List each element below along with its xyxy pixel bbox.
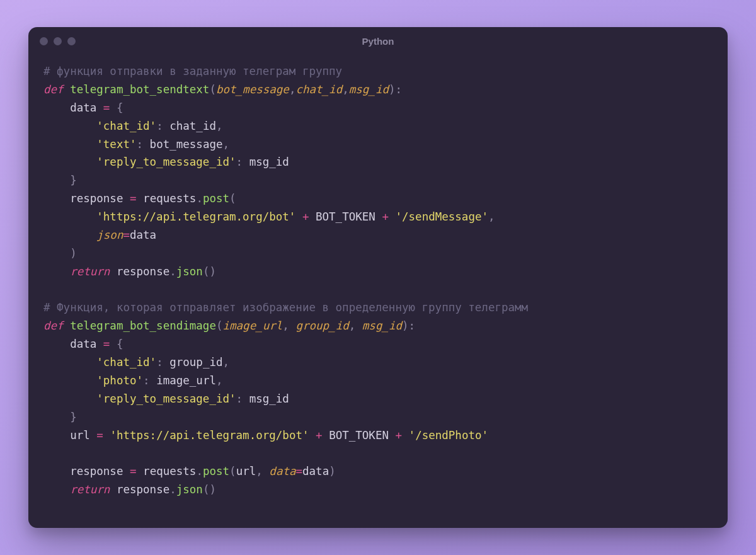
- punct: (: [229, 192, 236, 205]
- string: 'chat_id': [96, 120, 156, 132]
- operator: +: [302, 210, 309, 223]
- code-comment: # Функция, которая отправляет изображени…: [43, 301, 528, 314]
- punct: ,: [223, 138, 230, 151]
- param: group_id: [295, 319, 348, 332]
- punct: (: [203, 483, 210, 496]
- punct: ): [402, 319, 409, 332]
- code-editor[interactable]: # функция отправки в заданную телеграм г…: [28, 55, 728, 514]
- brace: }: [70, 174, 77, 186]
- variable: response: [70, 192, 123, 205]
- kwarg: json: [96, 229, 123, 241]
- keyword-def: def: [43, 319, 64, 332]
- module: requests: [143, 192, 196, 205]
- code-comment: # функция отправки в заданную телеграм г…: [43, 65, 342, 77]
- punct: (: [216, 319, 223, 332]
- variable: data: [302, 465, 329, 478]
- variable: data: [70, 101, 96, 114]
- keyword-def: def: [43, 83, 64, 96]
- brace: }: [70, 411, 77, 423]
- punct: :: [236, 156, 243, 168]
- punct: ,: [256, 465, 263, 478]
- punct: :: [396, 83, 403, 96]
- module: requests: [143, 465, 196, 478]
- method: json: [176, 265, 203, 278]
- operator: =: [103, 101, 110, 114]
- brace: {: [117, 101, 123, 114]
- operator: =: [296, 465, 303, 478]
- method: json: [176, 483, 203, 496]
- maximize-icon[interactable]: [67, 37, 76, 45]
- operator: =: [96, 429, 103, 442]
- punct: :: [143, 374, 150, 387]
- function-name: telegram_bot_sendimage: [70, 319, 216, 332]
- param: msg_id: [349, 83, 389, 96]
- variable: url: [236, 465, 256, 478]
- function-name: telegram_bot_sendtext: [70, 83, 209, 96]
- punct: :: [156, 356, 163, 369]
- punct: .: [169, 265, 176, 278]
- operator: +: [316, 429, 323, 442]
- brace: {: [117, 338, 123, 350]
- close-icon[interactable]: [40, 37, 48, 45]
- minimize-icon[interactable]: [54, 37, 62, 45]
- string: 'https://api.telegram.org/bot': [110, 429, 309, 442]
- operator: =: [130, 465, 137, 478]
- param: bot_message: [216, 83, 289, 96]
- string: 'reply_to_message_id': [96, 392, 236, 405]
- operator: =: [130, 192, 137, 205]
- string: '/sendPhoto': [409, 429, 488, 442]
- variable: msg_id: [249, 156, 289, 168]
- kwarg: data: [269, 465, 295, 478]
- punct: .: [169, 483, 176, 496]
- punct: ,: [282, 319, 289, 332]
- variable: image_url: [156, 374, 216, 387]
- punct: :: [236, 392, 243, 405]
- param: image_url: [223, 319, 283, 332]
- punct: :: [137, 138, 144, 151]
- punct: ,: [488, 210, 495, 223]
- constant: BOT_TOKEN: [316, 210, 375, 223]
- punct: :: [156, 120, 163, 132]
- window-controls: [40, 37, 76, 45]
- keyword-return: return: [70, 265, 110, 278]
- variable: group_id: [169, 356, 222, 369]
- punct: (: [203, 265, 210, 278]
- punct: ,: [216, 374, 223, 387]
- variable: response: [70, 465, 123, 478]
- punct: ,: [216, 120, 223, 132]
- variable: url: [70, 429, 90, 442]
- punct: ,: [342, 83, 349, 96]
- punct: ,: [289, 83, 296, 96]
- punct: ,: [223, 356, 230, 369]
- punct: ): [70, 247, 77, 260]
- variable: chat_id: [169, 120, 216, 132]
- punct: .: [196, 465, 203, 478]
- variable: response: [117, 483, 169, 496]
- punct: ): [209, 483, 216, 496]
- punct: ,: [349, 319, 356, 332]
- keyword-return: return: [70, 483, 110, 496]
- string: 'https://api.telegram.org/bot': [96, 210, 295, 223]
- operator: +: [382, 210, 389, 223]
- string: 'photo': [96, 374, 143, 387]
- method: post: [203, 192, 229, 205]
- operator: =: [103, 338, 110, 350]
- punct: (: [209, 83, 216, 96]
- constant: BOT_TOKEN: [329, 429, 389, 442]
- code-window: Python # функция отправки в заданную тел…: [28, 27, 728, 528]
- punct: ): [209, 265, 216, 278]
- punct: (: [229, 465, 236, 478]
- punct: .: [196, 192, 203, 205]
- variable: response: [117, 265, 169, 278]
- variable: data: [70, 338, 96, 350]
- window-title: Python: [28, 36, 728, 47]
- operator: =: [123, 229, 130, 241]
- string: 'text': [96, 138, 136, 151]
- operator: +: [396, 429, 403, 442]
- punct: ): [389, 83, 396, 96]
- punct: :: [409, 319, 416, 332]
- variable: bot_message: [150, 138, 223, 151]
- param: chat_id: [295, 83, 342, 96]
- string: 'chat_id': [96, 356, 156, 369]
- variable: data: [130, 229, 156, 241]
